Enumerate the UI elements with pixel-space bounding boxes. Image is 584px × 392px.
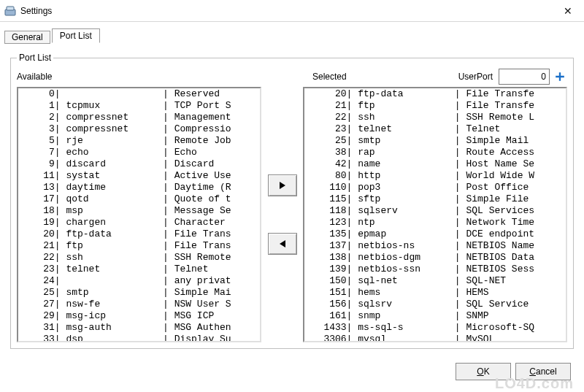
- list-item[interactable]: 42| name | Host Name Se: [304, 158, 566, 170]
- list-item[interactable]: 33| dsp | Display Su: [18, 334, 260, 342]
- ok-button[interactable]: OK: [456, 363, 511, 380]
- tab-port-list[interactable]: Port List: [52, 28, 100, 43]
- available-listbox[interactable]: 0| | Reserved 1| tcpmux | TCP Port S 2| …: [17, 87, 261, 342]
- list-item[interactable]: 2| compressnet | Management: [18, 112, 260, 123]
- move-buttons: [266, 87, 299, 342]
- fieldset-legend: Port List: [17, 53, 53, 63]
- close-button[interactable]: ✕: [552, 1, 584, 21]
- list-item[interactable]: 18| msp | Message Se: [18, 205, 260, 217]
- headers-row: Available Selected UserPort: [17, 69, 567, 85]
- cancel-button[interactable]: Cancel: [515, 363, 571, 380]
- list-item[interactable]: 0| | Reserved: [18, 88, 260, 100]
- userport-add-button[interactable]: [553, 69, 567, 84]
- list-item[interactable]: 5| rje | Remote Job: [18, 135, 260, 147]
- userport-label: UserPort: [458, 72, 493, 82]
- app-icon: [4, 5, 16, 17]
- tabstrip: General Port List: [0, 22, 584, 42]
- list-item[interactable]: 23| telnet | Telnet: [18, 264, 260, 275]
- list-item[interactable]: 20| ftp-data | File Trans: [18, 228, 260, 240]
- list-item[interactable]: 24| | any privat: [18, 275, 260, 287]
- list-item[interactable]: 19| chargen | Character: [18, 217, 260, 228]
- portlist-fieldset: Port List Available Selected UserPort 0|…: [10, 53, 574, 349]
- list-item[interactable]: 135| epmap | DCE endpoint: [304, 228, 566, 240]
- window-title: Settings: [20, 6, 552, 16]
- list-item[interactable]: 1433| ms-sql-s | Microsoft-SQ: [304, 322, 566, 334]
- titlebar: Settings ✕: [0, 0, 584, 22]
- list-item[interactable]: 139| netbios-ssn | NETBIOS Sess: [304, 264, 566, 275]
- add-to-selected-button[interactable]: [268, 174, 297, 196]
- list-item[interactable]: 115| sftp | Simple File: [304, 193, 566, 205]
- list-item[interactable]: 156| sqlsrv | SQL Service: [304, 299, 566, 310]
- list-item[interactable]: 29| msg-icp | MSG ICP: [18, 310, 260, 322]
- available-header: Available: [17, 72, 269, 82]
- list-item[interactable]: 20| ftp-data | File Transfe: [304, 88, 566, 100]
- list-item[interactable]: 22| ssh | SSH Remote: [18, 252, 260, 264]
- list-item[interactable]: 22| ssh | SSH Remote L: [304, 112, 566, 123]
- list-item[interactable]: 110| pop3 | Post Office: [304, 182, 566, 193]
- list-item[interactable]: 21| ftp | File Transfe: [304, 100, 566, 112]
- list-item[interactable]: 80| http | World Wide W: [304, 170, 566, 182]
- list-item[interactable]: 38| rap | Route Access: [304, 147, 566, 158]
- list-item[interactable]: 31| msg-auth | MSG Authen: [18, 322, 260, 334]
- list-item[interactable]: 137| netbios-ns | NETBIOS Name: [304, 240, 566, 252]
- list-item[interactable]: 161| snmp | SNMP: [304, 310, 566, 322]
- remove-from-selected-button[interactable]: [268, 233, 297, 255]
- list-item[interactable]: 3306| mysql | MySQL: [304, 334, 566, 342]
- list-item[interactable]: 21| ftp | File Trans: [18, 240, 260, 252]
- list-item[interactable]: 25| smtp | Simple Mail: [304, 135, 566, 147]
- list-item[interactable]: 3| compressnet | Compressio: [18, 123, 260, 135]
- list-item[interactable]: 11| systat | Active Use: [18, 170, 260, 182]
- list-item[interactable]: 17| qotd | Quote of t: [18, 193, 260, 205]
- list-item[interactable]: 25| smtp | Simple Mai: [18, 287, 260, 299]
- list-item[interactable]: 27| nsw-fe | NSW User S: [18, 299, 260, 310]
- list-item[interactable]: 7| echo | Echo: [18, 147, 260, 158]
- list-item[interactable]: 118| sqlserv | SQL Services: [304, 205, 566, 217]
- list-item[interactable]: 123| ntp | Network Time: [304, 217, 566, 228]
- userport-input[interactable]: [499, 69, 550, 85]
- list-item[interactable]: 151| hems | HEMS: [304, 287, 566, 299]
- tab-general[interactable]: General: [4, 31, 50, 44]
- list-item[interactable]: 138| netbios-dgm | NETBIOS Data: [304, 252, 566, 264]
- selected-listbox[interactable]: 20| ftp-data | File Transfe 21| ftp | Fi…: [303, 87, 567, 342]
- list-item[interactable]: 150| sql-net | SQL-NET: [304, 275, 566, 287]
- list-item[interactable]: 1| tcpmux | TCP Port S: [18, 100, 260, 112]
- list-item[interactable]: 9| discard | Discard: [18, 158, 260, 170]
- list-item[interactable]: 23| telnet | Telnet: [304, 123, 566, 135]
- list-item[interactable]: 13| daytime | Daytime (R: [18, 182, 260, 193]
- svg-rect-1: [7, 7, 14, 10]
- selected-header: Selected: [269, 72, 458, 82]
